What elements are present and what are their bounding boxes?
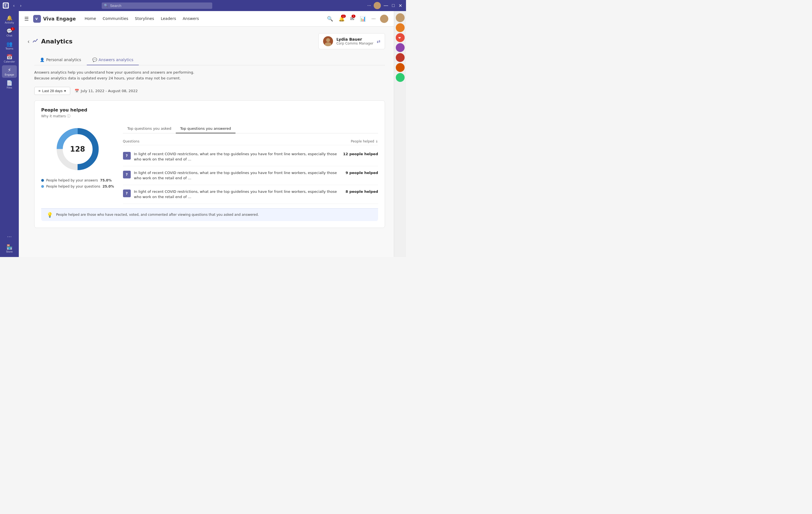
svg-point-5 [325,42,331,46]
right-sidebar-avatar-7[interactable] [396,73,405,82]
sidebar-item-engage[interactable]: ⚡ Engage [2,65,17,78]
sidebar-item-calendar[interactable]: 📅 Calender [2,52,17,65]
back-button[interactable]: ‹ [28,38,30,45]
viva-engage-logo-icon: V [33,15,41,23]
sidebar-item-chat[interactable]: 💬 1 Chat [2,26,17,39]
left-sidebar: 🔔 Activity 💬 1 Chat 👥 Teams 📅 Calender ⚡… [0,11,19,257]
user-avatar[interactable] [380,15,388,23]
tab-answers-analytics[interactable]: 💬 Answers analytics [87,55,139,65]
donut-center-value: 128 [70,145,85,153]
nav-link-communities[interactable]: Communities [103,15,128,22]
right-sidebar-avatar-2[interactable] [396,23,405,32]
sidebar-item-teams[interactable]: 👥 Teams [2,39,17,52]
app-name: Viva Engage [43,16,76,22]
user-card-avatar [323,36,333,46]
question-icon-2: ? [123,171,131,179]
people-helped-col-header: People helped ↓ [351,139,378,143]
legend-pct-questions: 25.0% [103,185,114,188]
sidebar-item-files-label: Files [7,86,12,89]
personal-tab-label: Personal analytics [46,57,81,62]
close-button[interactable]: ✕ [398,2,403,9]
svg-point-4 [326,38,330,42]
user-card-info: Lydia Bauer Corp Comms Manager [336,37,373,45]
page-header: ‹ Analytics Lydia Bauer Corp Comms Manag… [28,33,385,49]
questions-col-header: Questions [123,139,140,143]
tab-personal-analytics[interactable]: 👤 Personal analytics [34,55,87,65]
why-it-matters-label: Why it matters [41,114,66,118]
svg-text:❤: ❤ [398,36,401,40]
info-footer-icon: 💡 [47,212,53,218]
activity-icon: 🔔 [6,15,12,21]
user-card-switch-button[interactable]: ⇄ [377,39,380,44]
chart-table-row: 128 People helped by your answers 75.0% … [41,124,378,204]
right-sidebar: ❤ [394,11,406,257]
analytics-button[interactable]: 📊 [359,15,367,23]
nav-back-button[interactable]: ‹ [11,2,17,9]
people-helped-2: 9 people helped [346,170,378,175]
more-options-button[interactable]: ··· [370,15,377,23]
sidebar-item-activity[interactable]: 🔔 Activity [2,13,17,26]
nav-link-leaders[interactable]: Leaders [161,15,176,22]
table-header: Questions People helped ↓ [123,138,378,145]
nav-link-answers[interactable]: Answers [183,15,199,22]
hamburger-menu[interactable]: ☰ [24,16,29,22]
question-text-2: In light of recent COVID restrictions, w… [134,170,342,181]
maximize-button[interactable]: □ [391,2,396,9]
nav-link-storylines[interactable]: Storylines [135,15,154,22]
table-row: ? In light of recent COVID restrictions,… [123,185,378,204]
user-card-name: Lydia Bauer [336,37,373,42]
sidebar-more[interactable]: ··· [5,232,14,242]
table-tabs: Top questions you asked Top questions yo… [123,124,378,133]
tab-top-answered[interactable]: Top questions you answered [176,124,235,133]
sidebar-item-engage-label: Engage [5,73,14,76]
legend-item-questions: People helped by your questions 25.0% [41,185,114,188]
legend-item-answers: People helped by your answers 75.0% [41,179,114,182]
sidebar-item-store[interactable]: 🏪 Store [2,242,17,255]
period-filter[interactable]: ≡ Last 28 days ▾ [34,87,70,95]
answers-tab-label: Answers analytics [99,57,134,62]
title-bar-actions: ··· — □ ✕ [366,2,403,9]
question-icon-1: ? [123,152,131,160]
right-sidebar-avatar-4[interactable] [396,43,405,52]
table-row: ? In light of recent COVID restrictions,… [123,166,378,185]
title-bar: T ‹ › 🔍 ··· — □ ✕ [0,0,406,11]
description-line1: Answers analytics help you understand ho… [34,70,194,74]
right-sidebar-avatar-3[interactable]: ❤ [396,33,405,42]
messages-button[interactable]: ✉ 5 [349,15,355,23]
sidebar-item-teams-label: Teams [5,47,13,50]
legend-label-answers: People helped by your answers [46,179,98,182]
personal-tab-icon: 👤 [40,57,45,62]
calendar-icon: 📅 [6,54,12,60]
nav-forward-button[interactable]: › [18,2,24,9]
info-footer-text: People helped are those who have reacted… [56,213,259,217]
sidebar-item-files[interactable]: 📄 Files [2,78,17,91]
page-description: Answers analytics help you understand ho… [34,70,214,81]
card-title: People you helped [41,107,378,113]
date-range-text: July 11, 2022 - August 08, 2022 [81,89,138,93]
tab-asked-label: Top questions you asked [127,127,171,131]
tab-top-asked[interactable]: Top questions you asked [123,124,176,133]
page-title: Analytics [41,38,73,45]
people-helped-card: People you helped Why it matters ⓘ [34,101,385,228]
app-logo: V Viva Engage [33,15,76,23]
top-nav-links: Home Communities Storylines Leaders Answ… [85,15,199,22]
sort-icon[interactable]: ↓ [375,139,378,143]
right-sidebar-avatar-5[interactable] [396,53,405,62]
notifications-button[interactable]: 🔔 12 [338,15,346,23]
sidebar-item-calendar-label: Calender [4,60,15,63]
minimize-button[interactable]: — [382,2,389,9]
nav-link-home[interactable]: Home [85,15,96,22]
app-shell: 🔔 Activity 💬 1 Chat 👥 Teams 📅 Calender ⚡… [0,11,406,257]
right-sidebar-avatar-1[interactable] [396,13,405,22]
donut-chart-area: 128 People helped by your answers 75.0% … [41,124,114,188]
donut-legend: People helped by your answers 75.0% Peop… [41,179,114,188]
question-text-3: In light of recent COVID restrictions, w… [134,189,342,200]
user-card: Lydia Bauer Corp Comms Manager ⇄ [318,33,385,49]
right-sidebar-avatar-6[interactable] [396,63,405,72]
title-bar-search-input[interactable] [102,2,212,9]
title-more-button[interactable]: ··· [366,2,372,9]
legend-dot-answers [41,179,44,182]
title-bar-user-avatar[interactable] [374,2,381,9]
search-button[interactable]: 🔍 [326,15,334,23]
messages-badge: 5 [352,15,355,18]
